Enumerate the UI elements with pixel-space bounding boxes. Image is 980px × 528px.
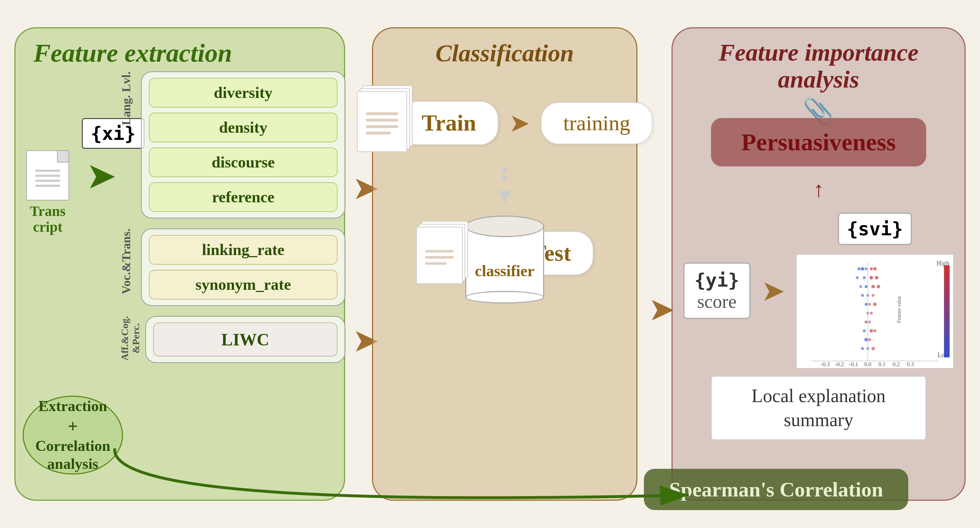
svg-text:0.1: 0.1	[878, 361, 886, 367]
imp-main-row: {yi} score ➤ {svi} High Low	[683, 213, 954, 369]
aff-feature-box: LIWC	[145, 316, 345, 363]
doc-line	[35, 170, 60, 172]
arrow-from-train-icon: ➤	[509, 108, 530, 138]
down-arrow-icon: ▼	[494, 184, 515, 208]
svg-point-19	[863, 276, 865, 279]
extraction-correlation-box: Extraction+Correlationanalysis	[22, 396, 123, 475]
svg-point-16	[873, 267, 877, 270]
classifier-cylinder: classifier	[465, 216, 544, 298]
svg-point-38	[873, 329, 877, 332]
train-box: Train	[399, 101, 499, 145]
svg-point-24	[877, 285, 880, 288]
dot-1	[502, 168, 507, 173]
persuasiveness-box: Persuasiveness	[711, 118, 926, 167]
classifier-label: classifier	[465, 262, 544, 280]
svg-point-29	[868, 303, 871, 305]
svg-point-27	[872, 294, 875, 297]
aff-cog-label: Aff.&Cog.&Perc.	[119, 316, 142, 361]
feature-discourse: discourse	[149, 148, 337, 177]
doc-line	[35, 175, 60, 177]
svg-point-20	[875, 276, 878, 280]
arrow-up-icon: ↑	[813, 177, 824, 202]
yi-score-box: {yi} score	[683, 262, 751, 319]
svg-point-23	[864, 285, 867, 288]
lang-feature-box: diversity density discourse reference	[141, 72, 345, 218]
svg-rect-11	[944, 265, 950, 357]
cylinder-top	[465, 216, 544, 237]
persuasiveness-container: 📎 Persuasiveness	[711, 111, 926, 173]
svg-point-14	[870, 267, 873, 270]
feature-diversity: diversity	[149, 78, 337, 108]
doc-lines	[28, 157, 67, 194]
svg-point-31	[873, 302, 877, 306]
svg-point-18	[870, 276, 873, 280]
transcript-label: Transcript	[30, 204, 65, 235]
svg-text:Feature value: Feature value	[896, 296, 902, 323]
yi-to-svi-arrow-icon: ➤	[761, 274, 785, 307]
training-pill: training	[541, 102, 652, 144]
svg-text:0.2: 0.2	[892, 361, 900, 367]
dots-separator: ▼	[494, 168, 515, 208]
svg-text:-0.1: -0.1	[849, 361, 858, 367]
svg-point-39	[868, 338, 871, 341]
svg-text:0.3: 0.3	[907, 361, 914, 367]
svg-point-40	[864, 338, 868, 342]
classification-panel: Classification ➤ Train ➤	[372, 27, 638, 501]
svg-point-25	[859, 285, 862, 288]
svg-point-36	[870, 329, 873, 332]
svg-point-21	[856, 276, 859, 279]
extraction-label: Extraction+Correlationanalysis	[35, 397, 110, 473]
svg-point-35	[864, 320, 867, 323]
train-row: ➤ Train ➤ training	[384, 85, 625, 161]
svg-point-41	[871, 347, 875, 350]
test-page-3	[416, 227, 463, 284]
feature-density: density	[149, 113, 337, 142]
svg-point-32	[866, 312, 869, 315]
svg-text:-0.3: -0.3	[821, 361, 830, 367]
svg-point-15	[864, 267, 867, 270]
feature-linking-rate: linking_rate	[149, 235, 337, 265]
svg-point-33	[870, 312, 873, 315]
svg-point-26	[866, 294, 869, 297]
dot-2	[502, 176, 507, 181]
svg-point-43	[866, 347, 869, 350]
feature-extraction-panel: Feature extraction Transcript {xi} ➤ Lan…	[14, 27, 345, 501]
feature-reference: reference	[149, 182, 337, 212]
feature-synonym-rate: synonym_rate	[149, 270, 337, 299]
aff-cog-group: Aff.&Cog.&Perc. LIWC	[119, 316, 345, 363]
svg-point-34	[868, 320, 871, 323]
page-layer-3	[357, 91, 407, 152]
svg-point-30	[864, 303, 867, 305]
document-icon	[26, 150, 69, 200]
svg-point-22	[871, 285, 875, 288]
pages-stack-test	[416, 221, 466, 286]
doc-line	[35, 180, 60, 182]
yi-label: {yi}	[694, 269, 739, 291]
svg-point-28	[861, 294, 864, 297]
class-imp-arrow-icon: ➤	[648, 290, 675, 328]
classification-title: Classification	[436, 39, 574, 67]
svg-point-13	[861, 267, 864, 270]
svg-point-37	[863, 329, 865, 332]
lang-level-label: Lang. Lvl.	[119, 72, 137, 125]
voc-trans-label: Voc.&Trans.	[119, 229, 137, 294]
svi-box: {svi}	[838, 213, 912, 245]
svg-text:-0.2: -0.2	[835, 361, 844, 367]
cylinder-bottom	[465, 291, 544, 304]
svg-point-42	[861, 347, 864, 350]
local-exp-label: Local explanation summary	[722, 384, 915, 432]
voc-trans-group: Voc.&Trans. linking_rate synonym_rate	[119, 229, 345, 306]
shap-plot: High Low -0.3 -0.2 -0.1 0.0 0.1 0.2 0.3	[796, 254, 954, 369]
feature-importance-panel: Feature importance analysis 📎 Persuasive…	[671, 27, 966, 501]
main-container: Feature extraction Transcript {xi} ➤ Lan…	[0, 0, 980, 528]
imp-right-col: {svi} High Low -0.3 -0.2	[796, 213, 954, 369]
feature-extraction-title: Feature extraction	[33, 39, 333, 67]
svg-text:0.0: 0.0	[864, 361, 871, 367]
lang-level-group: Lang. Lvl. diversity density discourse r…	[119, 72, 345, 218]
spearman-box: Spearman's Correlation	[644, 469, 908, 510]
voc-feature-box: linking_rate synonym_rate	[141, 229, 345, 306]
green-arrow-icon: ➤	[87, 157, 114, 195]
svg-point-17	[858, 267, 861, 270]
feature-groups: Lang. Lvl. diversity density discourse r…	[119, 72, 345, 363]
score-label: score	[697, 291, 737, 312]
